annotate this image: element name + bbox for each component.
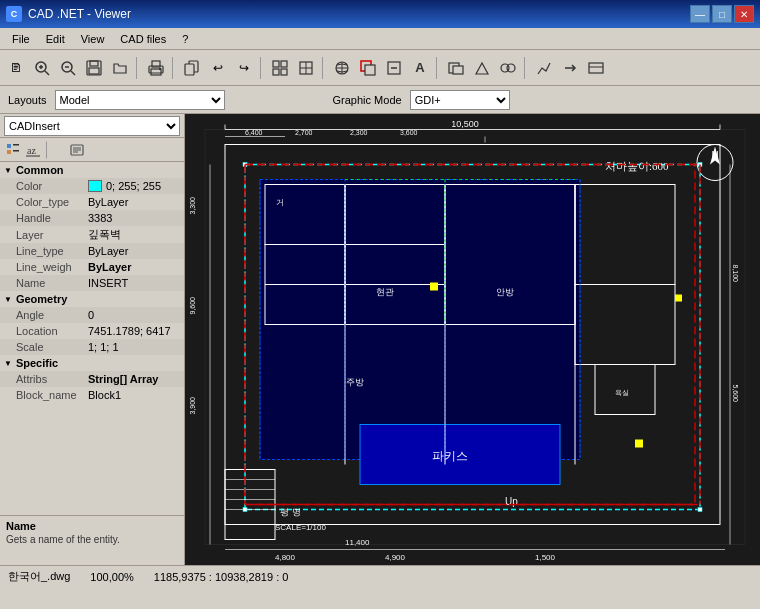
toolbar-btn-9[interactable] [496,56,520,80]
minimize-button[interactable]: — [690,5,710,23]
prop-name-location: Location [16,325,88,337]
toolbar-copy[interactable] [180,56,204,80]
toolbar-print[interactable] [144,56,168,80]
svg-text:2,700: 2,700 [295,129,313,136]
layouts-bar: Layouts Model Graphic Mode GDI+ [0,86,760,114]
prop-value-blockname: Block1 [88,389,180,401]
cadinsert-bar: CADInsert [0,114,184,138]
prop-btn-categories[interactable] [4,141,22,159]
toolbar-redo[interactable]: ↪ [232,56,256,80]
toolbar-btn-7[interactable] [444,56,468,80]
specific-section-header[interactable]: ▼ Specific [0,355,184,371]
graphic-mode-label: Graphic Mode [333,94,402,106]
svg-text:평 명: 평 명 [280,507,301,517]
color-swatch [88,180,102,192]
svg-text:4,800: 4,800 [275,553,296,562]
svg-rect-31 [453,66,463,74]
prop-value-color-type: ByLayer [88,196,180,208]
toolbar-btn-8[interactable] [470,56,494,80]
prop-row-color-type: Color_type ByLayer [0,194,184,210]
toolbar-btn-1[interactable] [268,56,292,80]
prop-value-scale: 1; 1; 1 [88,341,180,353]
prop-value-linetype: ByLayer [88,245,180,257]
toolbar-sep-4 [322,57,326,79]
toolbar-zoom-out[interactable] [56,56,80,80]
svg-rect-27 [365,65,375,75]
svg-text:9,600: 9,600 [189,297,196,315]
toolbar-open[interactable]: 🖹 [4,56,28,80]
svg-rect-39 [7,150,11,154]
prop-btn-description[interactable] [68,141,86,159]
svg-rect-9 [89,68,99,74]
toolbar-btn-4[interactable] [356,56,380,80]
prop-btn-alpha[interactable]: az [24,141,42,159]
toolbar-save[interactable] [82,56,106,80]
title-bar: C CAD .NET - Viewer — □ ✕ [0,0,760,28]
toolbar-btn-3[interactable] [330,56,354,80]
menu-view[interactable]: View [73,31,113,47]
prop-name-attribs: Attribs [16,373,88,385]
menu-help[interactable]: ? [174,31,196,47]
prop-row-scale: Scale 1; 1; 1 [0,339,184,355]
svg-rect-104 [430,283,438,291]
svg-rect-19 [281,69,287,75]
prop-name-layer: Layer [16,229,88,241]
svg-rect-17 [281,61,287,67]
layouts-select[interactable]: Model [55,90,225,110]
svg-text:주방: 주방 [346,377,364,387]
svg-rect-115 [243,508,247,512]
maximize-button[interactable]: □ [712,5,732,23]
toolbar-btn-5[interactable] [382,56,406,80]
svg-rect-106 [675,295,682,302]
prop-row-location: Location 7451.1789; 6417 [0,323,184,339]
toolbar: 🖹 ↩ ↪ A [0,50,760,86]
svg-text:3,300: 3,300 [189,197,196,215]
geometry-section-header[interactable]: ▼ Geometry [0,291,184,307]
toolbar-open-file[interactable] [108,56,132,80]
toolbar-zoom-in[interactable] [30,56,54,80]
main-content: CADInsert az ▼ Common Col [0,114,760,565]
menu-cad-files[interactable]: CAD files [112,31,174,47]
svg-point-33 [507,64,515,72]
common-section-header[interactable]: ▼ Common [0,162,184,178]
toolbar-btn-11[interactable] [558,56,582,80]
prop-name-blockname: Block_name [16,389,88,401]
toolbar-btn-2[interactable] [294,56,318,80]
svg-text:욕실: 욕실 [615,389,629,397]
geometry-section-label: Geometry [16,293,67,305]
svg-text:10,500: 10,500 [451,119,479,129]
prop-row-lineweight: Line_weigh ByLayer [0,259,184,275]
close-button[interactable]: ✕ [734,5,754,23]
prop-name-handle: Handle [16,212,88,224]
prop-row-layer: Layer 깊폭벽 [0,226,184,243]
specific-section-label: Specific [16,357,58,369]
title-bar-controls: — □ ✕ [690,5,754,23]
prop-name-lineweight: Line_weigh [16,261,88,273]
left-panel: CADInsert az ▼ Common Col [0,114,185,565]
toolbar-btn-6[interactable]: A [408,56,432,80]
menu-file[interactable]: File [4,31,38,47]
svg-rect-40 [13,150,19,152]
svg-text:5,600: 5,600 [732,385,739,403]
toolbar-btn-12[interactable] [584,56,608,80]
prop-row-blockname: Block_name Block1 [0,387,184,403]
toolbar-undo[interactable]: ↩ [206,56,230,80]
svg-text:az: az [27,145,36,156]
drawing-area[interactable]: 파키스 Up [185,114,760,565]
toolbar-sep-1 [136,57,140,79]
graphic-mode-select[interactable]: GDI+ [410,90,510,110]
svg-rect-15 [185,64,194,75]
prop-value-color: 0; 255; 255 [106,180,180,192]
cadinsert-select[interactable]: CADInsert [4,116,180,136]
toolbar-sep-3 [260,57,264,79]
prop-btn-sep [46,141,64,159]
props-tree[interactable]: ▼ Common Color 0; 255; 255 Color_type By… [0,162,184,515]
menu-edit[interactable]: Edit [38,31,73,47]
toolbar-btn-10[interactable] [532,56,556,80]
info-title: Name [6,520,178,532]
svg-rect-116 [698,508,702,512]
toolbar-sep-6 [524,57,528,79]
common-section-label: Common [16,164,64,176]
status-coords: 1185,9375 : 10938,2819 : 0 [154,571,289,583]
svg-text:3,600: 3,600 [400,129,418,136]
